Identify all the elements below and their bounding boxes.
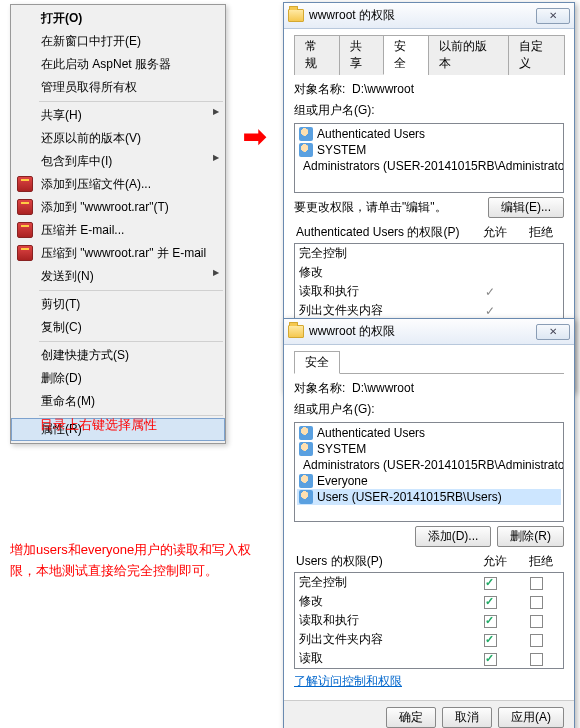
perm-allow: ✓	[467, 285, 513, 299]
ok-button[interactable]: 确定	[386, 707, 436, 728]
folder-icon	[288, 325, 304, 338]
allow-checkbox[interactable]	[484, 596, 497, 609]
menu-item-label: 添加到 "wwwroot.rar"(T)	[41, 200, 169, 214]
menu-item-label: 删除(D)	[41, 371, 82, 385]
menu-separator	[39, 101, 223, 102]
user-name: Authenticated Users	[317, 127, 425, 141]
deny-header: 拒绝	[518, 553, 564, 570]
context-menu: 打开(O)在新窗口中打开(E)在此启动 AspNet 服务器管理员取得所有权共享…	[10, 4, 226, 444]
perm-name: 修改	[299, 593, 467, 610]
deny-checkbox[interactable]	[530, 634, 543, 647]
edit-button[interactable]: 编辑(E)...	[488, 197, 564, 218]
permissions-dialog-edit: wwwroot 的权限 ✕ 安全 对象名称: D:\wwwroot 组或用户名(…	[283, 318, 575, 728]
add-button[interactable]: 添加(D)...	[415, 526, 492, 547]
remove-button[interactable]: 删除(R)	[497, 526, 564, 547]
arrow-right-icon: ➡	[243, 120, 266, 153]
menu-item[interactable]: 在此启动 AspNet 服务器	[11, 53, 225, 76]
perm-name: 修改	[299, 264, 467, 281]
edit-hint: 要更改权限，请单击"编辑"。	[294, 199, 488, 216]
close-icon[interactable]: ✕	[536, 8, 570, 24]
menu-item-label: 创建快捷方式(S)	[41, 348, 129, 362]
learn-link[interactable]: 了解访问控制和权限	[294, 674, 402, 688]
user-row[interactable]: SYSTEM	[297, 142, 561, 158]
user-row[interactable]: Authenticated Users	[297, 126, 561, 142]
menu-item[interactable]: 添加到压缩文件(A)...	[11, 173, 225, 196]
menu-item[interactable]: 剪切(T)	[11, 293, 225, 316]
tab[interactable]: 自定义	[508, 35, 565, 75]
archive-icon	[17, 176, 33, 192]
menu-item[interactable]: 发送到(N)	[11, 265, 225, 288]
perm-name: 列出文件夹内容	[299, 302, 467, 319]
user-row[interactable]: Users (USER-20141015RB\Users)	[297, 489, 561, 505]
perm-row: 列出文件夹内容	[295, 630, 563, 649]
menu-item[interactable]: 压缩并 E-mail...	[11, 219, 225, 242]
perm-row: 读取和执行✓	[295, 282, 563, 301]
archive-icon	[17, 245, 33, 261]
menu-item[interactable]: 重命名(M)	[11, 390, 225, 413]
menu-item-label: 重命名(M)	[41, 394, 95, 408]
user-row[interactable]: Authenticated Users	[297, 425, 561, 441]
menu-item[interactable]: 还原以前的版本(V)	[11, 127, 225, 150]
archive-icon	[17, 222, 33, 238]
allow-checkbox[interactable]	[484, 615, 497, 628]
menu-item[interactable]: 共享(H)	[11, 104, 225, 127]
menu-item-label: 压缩并 E-mail...	[41, 223, 124, 237]
menu-item[interactable]: 添加到 "wwwroot.rar"(T)	[11, 196, 225, 219]
tab[interactable]: 常规	[294, 35, 340, 75]
close-icon[interactable]: ✕	[536, 324, 570, 340]
perm-name: 读取和执行	[299, 612, 467, 629]
user-name: Administrators (USER-20141015RB\Administ…	[303, 159, 564, 173]
perm-row: 完全控制	[295, 573, 563, 592]
perm-name: 读取和执行	[299, 283, 467, 300]
menu-separator	[39, 290, 223, 291]
menu-item[interactable]: 复制(C)	[11, 316, 225, 339]
user-name: SYSTEM	[317, 442, 366, 456]
user-row[interactable]: SYSTEM	[297, 441, 561, 457]
perm-row: 完全控制	[295, 244, 563, 263]
user-name: Administrators (USER-20141015RB\Administ…	[303, 458, 564, 472]
deny-checkbox[interactable]	[530, 596, 543, 609]
user-row[interactable]: Administrators (USER-20141015RB\Administ…	[297, 457, 561, 473]
object-label: 对象名称:	[294, 381, 345, 395]
perm-name: 完全控制	[299, 574, 467, 591]
user-name: Authenticated Users	[317, 426, 425, 440]
menu-item-label: 添加到压缩文件(A)...	[41, 177, 151, 191]
dialog-title: wwwroot 的权限	[309, 323, 395, 340]
allow-checkbox[interactable]	[484, 634, 497, 647]
menu-item[interactable]: 在新窗口中打开(E)	[11, 30, 225, 53]
user-list[interactable]: Authenticated UsersSYSTEMAdministrators …	[294, 422, 564, 522]
deny-checkbox[interactable]	[530, 577, 543, 590]
menu-item[interactable]: 压缩到 "wwwroot.rar" 并 E-mail	[11, 242, 225, 265]
annotation-1: 目录上右键选择属性	[40, 416, 157, 434]
user-row[interactable]: Everyone	[297, 473, 561, 489]
user-name: Everyone	[317, 474, 368, 488]
cancel-button[interactable]: 取消	[442, 707, 492, 728]
user-icon	[299, 426, 313, 440]
allow-checkbox[interactable]	[484, 653, 497, 666]
permissions-grid: 完全控制修改读取和执行列出文件夹内容读取	[294, 572, 564, 669]
allow-checkbox[interactable]	[484, 577, 497, 590]
deny-checkbox[interactable]	[530, 653, 543, 666]
perm-row: 读取和执行	[295, 611, 563, 630]
user-row[interactable]: Administrators (USER-20141015RB\Administ…	[297, 158, 561, 174]
deny-checkbox[interactable]	[530, 615, 543, 628]
archive-icon	[17, 199, 33, 215]
apply-button[interactable]: 应用(A)	[498, 707, 564, 728]
menu-item-label: 复制(C)	[41, 320, 82, 334]
dialog-buttons: 确定 取消 应用(A)	[284, 700, 574, 728]
user-icon	[299, 490, 313, 504]
tab-security[interactable]: 安全	[294, 351, 340, 374]
menu-item[interactable]: 删除(D)	[11, 367, 225, 390]
tab[interactable]: 安全	[383, 35, 429, 75]
menu-item-label: 发送到(N)	[41, 269, 94, 283]
perm-name: 列出文件夹内容	[299, 631, 467, 648]
tab[interactable]: 以前的版本	[428, 35, 509, 75]
tab[interactable]: 共享	[339, 35, 385, 75]
menu-item[interactable]: 包含到库中(I)	[11, 150, 225, 173]
menu-item-label: 剪切(T)	[41, 297, 80, 311]
menu-item[interactable]: 打开(O)	[11, 7, 225, 30]
deny-header: 拒绝	[518, 224, 564, 241]
menu-item[interactable]: 管理员取得所有权	[11, 76, 225, 99]
user-list[interactable]: Authenticated UsersSYSTEMAdministrators …	[294, 123, 564, 193]
menu-item[interactable]: 创建快捷方式(S)	[11, 344, 225, 367]
